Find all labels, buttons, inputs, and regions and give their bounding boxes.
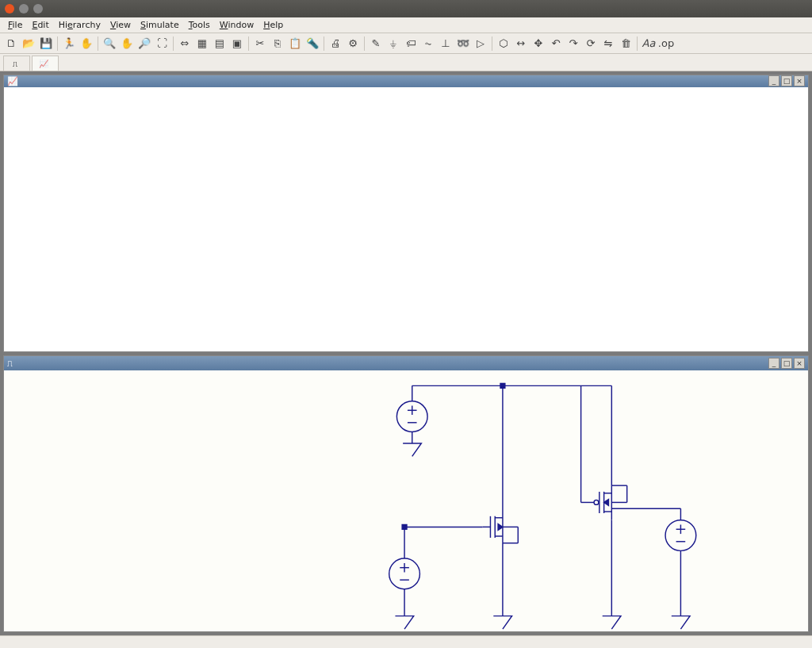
cascade-icon[interactable]: ▤ <box>212 36 228 52</box>
cut-icon[interactable]: ✂ <box>252 36 268 52</box>
capacitor-icon[interactable]: ⊥ <box>438 36 454 52</box>
inductor-icon[interactable]: ➿ <box>455 36 471 52</box>
menu-hierarchy[interactable]: Hierarchy <box>54 18 105 32</box>
ground-icon[interactable]: ⏚ <box>385 36 401 52</box>
save-icon[interactable]: 💾 <box>38 36 54 52</box>
waveform-icon: 📈 <box>7 76 18 86</box>
svg-marker-15 <box>498 524 503 531</box>
move-icon[interactable]: ↔ <box>513 36 529 52</box>
halt-icon[interactable]: ✋ <box>79 36 94 52</box>
toolbar-separator <box>637 36 638 51</box>
schematic-area[interactable] <box>4 370 808 631</box>
plot-panel-titlebar[interactable]: 📈 _ □ × <box>4 75 808 87</box>
menu-file[interactable]: File <box>3 18 27 32</box>
tab-raw[interactable]: 📈 <box>32 56 59 71</box>
new-schematic-icon[interactable]: 🗋 <box>3 36 19 52</box>
pan-icon[interactable]: ✋ <box>119 36 135 52</box>
menu-view[interactable]: View <box>105 18 136 32</box>
plot-svg <box>4 87 808 351</box>
panel-minimize-button[interactable]: _ <box>768 75 779 86</box>
schematic-icon: ⎍ <box>7 359 13 369</box>
menu-help[interactable]: Help <box>259 18 288 32</box>
toolbar-separator <box>173 36 174 51</box>
paste-icon[interactable]: 📋 <box>287 36 303 52</box>
menu-simulate[interactable]: Simulate <box>136 18 184 32</box>
schematic-file-icon: ⎍ <box>10 59 20 68</box>
window-maximize-button[interactable] <box>33 4 43 13</box>
tab-asc[interactable]: ⎍ <box>3 56 30 71</box>
toolbar-separator <box>248 36 249 51</box>
toolbar: 🗋 📂 💾 🏃 ✋ 🔍 ✋ 🔎 ⛶ ⇔ ▦ ▤ ▣ ✂ ⎘ 📋 🔦 🖨 ⚙ ✎ … <box>0 33 812 54</box>
find-icon[interactable]: 🔦 <box>304 36 320 52</box>
svg-point-28 <box>594 500 599 505</box>
waveform-file-icon: 📈 <box>39 59 48 68</box>
schematic-svg <box>4 370 808 631</box>
panel-maximize-button[interactable]: □ <box>781 75 792 86</box>
schematic-panel: ⎍ _ □ × <box>3 355 809 632</box>
window-close-button[interactable] <box>5 4 14 13</box>
window-minimize-button[interactable] <box>19 4 29 13</box>
menu-edit[interactable]: Edit <box>27 18 53 32</box>
statusbar <box>0 635 812 648</box>
close-window-icon[interactable]: ▣ <box>229 36 245 52</box>
spice-directive-icon[interactable]: .op <box>658 36 674 52</box>
redo-icon[interactable]: ↷ <box>565 36 581 52</box>
diode-icon[interactable]: ▷ <box>473 36 488 52</box>
panel-close-button[interactable]: × <box>794 358 805 369</box>
document-tabs: ⎍ 📈 <box>0 54 812 71</box>
menubar: File Edit Hierarchy View Simulate Tools … <box>0 17 812 33</box>
component-icon[interactable]: ⬡ <box>496 36 511 52</box>
panel-maximize-button[interactable]: □ <box>781 358 792 369</box>
delete-icon[interactable]: 🗑 <box>618 36 634 52</box>
toolbar-separator <box>492 36 492 51</box>
mirror-icon[interactable]: ⇋ <box>600 36 616 52</box>
open-icon[interactable]: 📂 <box>21 36 36 52</box>
autorange-icon[interactable]: ⇔ <box>177 36 193 52</box>
zoom-fit-icon[interactable]: ⛶ <box>154 36 170 52</box>
zoom-in-icon[interactable]: 🔍 <box>102 36 117 52</box>
toolbar-separator <box>98 36 98 51</box>
plot-area[interactable] <box>4 87 808 351</box>
schematic-panel-titlebar[interactable]: ⎍ _ □ × <box>4 356 808 370</box>
toolbar-separator <box>364 36 365 51</box>
drag-icon[interactable]: ✥ <box>530 36 546 52</box>
toolbar-separator <box>57 36 58 51</box>
panel-close-button[interactable]: × <box>794 75 805 86</box>
resistor-icon[interactable]: ⏦ <box>420 36 436 52</box>
panel-minimize-button[interactable]: _ <box>768 358 779 369</box>
zoom-out-icon[interactable]: 🔎 <box>136 36 152 52</box>
window-titlebar <box>0 0 812 17</box>
toolbar-separator <box>324 36 324 51</box>
plot-panel: 📈 _ □ × <box>3 75 809 352</box>
undo-icon[interactable]: ↶ <box>548 36 564 52</box>
menu-window[interactable]: Window <box>215 18 259 32</box>
label-net-icon[interactable]: 🏷 <box>403 36 419 52</box>
svg-point-3 <box>396 401 427 432</box>
print-icon[interactable]: 🖨 <box>327 36 343 52</box>
run-icon[interactable]: 🏃 <box>61 36 77 52</box>
svg-marker-29 <box>604 500 609 506</box>
copy-icon[interactable]: ⎘ <box>270 36 285 52</box>
text-icon[interactable]: Aa <box>641 36 657 52</box>
rotate-icon[interactable]: ⟳ <box>583 36 599 52</box>
workspace: 📈 _ □ × ⎍ _ □ × <box>0 71 812 635</box>
menu-tools[interactable]: Tools <box>184 18 215 32</box>
tile-icon[interactable]: ▦ <box>194 36 210 52</box>
setup-icon[interactable]: ⚙ <box>345 36 361 52</box>
draw-wire-icon[interactable]: ✎ <box>368 36 384 52</box>
